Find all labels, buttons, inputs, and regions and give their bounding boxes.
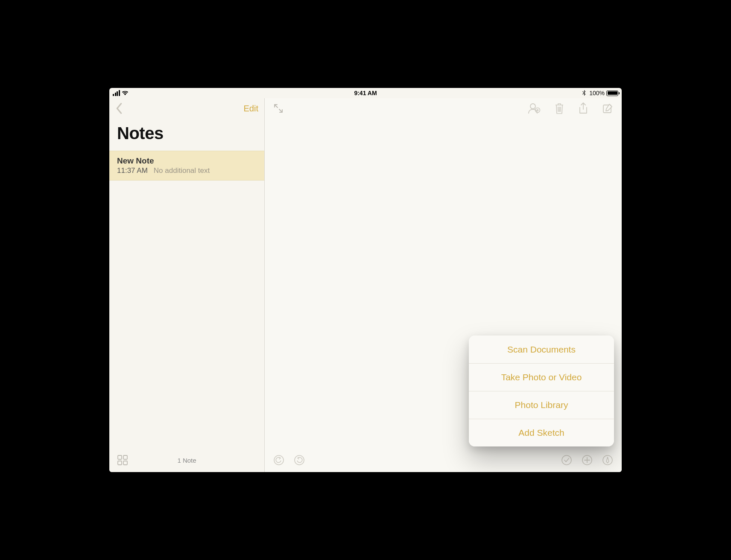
svg-point-10	[295, 455, 304, 465]
svg-rect-0	[118, 455, 122, 459]
battery-icon	[606, 90, 618, 96]
edit-button[interactable]: Edit	[244, 104, 258, 114]
sidebar-title: Notes	[109, 119, 264, 151]
grid-icon	[117, 455, 128, 466]
popover-photo-library[interactable]: Photo Library	[469, 391, 614, 419]
note-item-subtitle: 11:37 AM No additional text	[117, 166, 257, 175]
checklist-button[interactable]	[561, 455, 572, 466]
svg-point-4	[530, 104, 535, 109]
back-button[interactable]	[115, 102, 123, 114]
popover-scan-documents[interactable]: Scan Documents	[469, 335, 614, 363]
main-split: Edit Notes New Note 11:37 AM No addition…	[109, 98, 622, 472]
trash-icon	[554, 102, 564, 114]
wifi-icon	[122, 90, 129, 96]
svg-rect-1	[123, 455, 127, 459]
svg-rect-3	[123, 461, 127, 465]
person-plus-icon	[528, 103, 541, 114]
battery-percentage: 100%	[589, 90, 605, 96]
redo-icon	[294, 455, 305, 466]
add-attachment-button[interactable]	[582, 455, 593, 466]
status-left	[113, 90, 129, 96]
compose-button[interactable]	[602, 103, 613, 114]
attachment-popover: Scan Documents Take Photo or Video Photo…	[469, 335, 614, 446]
bluetooth-icon	[581, 90, 588, 96]
plus-circle-icon	[582, 455, 593, 466]
expand-arrows-icon	[273, 103, 284, 114]
undo-icon	[273, 455, 284, 466]
delete-button[interactable]	[554, 102, 564, 114]
status-bar: 9:41 AM 100%	[109, 88, 622, 98]
svg-point-9	[274, 455, 284, 465]
chevron-left-icon	[115, 102, 123, 114]
popover-add-sketch[interactable]: Add Sketch	[469, 419, 614, 446]
editor-toolbar	[265, 98, 622, 119]
view-as-grid-button[interactable]	[117, 455, 128, 466]
pen-circle-icon	[602, 455, 613, 466]
note-item-time: 11:37 AM	[117, 166, 148, 175]
undo-button[interactable]	[273, 455, 284, 466]
compose-icon	[602, 103, 613, 114]
redo-button[interactable]	[294, 455, 305, 466]
cellular-signal-icon	[113, 90, 120, 96]
popover-take-photo-video[interactable]: Take Photo or Video	[469, 363, 614, 391]
note-item-title: New Note	[117, 156, 257, 166]
status-right: 100%	[581, 90, 618, 96]
add-people-button[interactable]	[528, 103, 541, 114]
markup-button[interactable]	[602, 455, 613, 466]
note-count-label: 1 Note	[177, 457, 196, 464]
share-button[interactable]	[578, 102, 588, 115]
checkmark-circle-icon	[561, 455, 572, 466]
sidebar: Edit Notes New Note 11:37 AM No addition…	[109, 98, 265, 472]
editor-footer	[265, 448, 622, 472]
share-icon	[578, 102, 588, 115]
fullscreen-button[interactable]	[273, 103, 284, 114]
ipad-screen: 9:41 AM 100% Edit Notes New Note	[109, 88, 622, 472]
svg-point-11	[562, 455, 571, 465]
sidebar-footer: 1 Note	[109, 448, 264, 472]
note-list-item[interactable]: New Note 11:37 AM No additional text	[109, 151, 264, 181]
svg-rect-2	[118, 461, 122, 465]
note-editor: Scan Documents Take Photo or Video Photo…	[265, 98, 622, 472]
sidebar-navbar: Edit	[109, 98, 264, 119]
status-time: 9:41 AM	[354, 90, 377, 96]
note-body[interactable]: Scan Documents Take Photo or Video Photo…	[265, 119, 622, 448]
note-item-snippet: No additional text	[154, 166, 210, 175]
